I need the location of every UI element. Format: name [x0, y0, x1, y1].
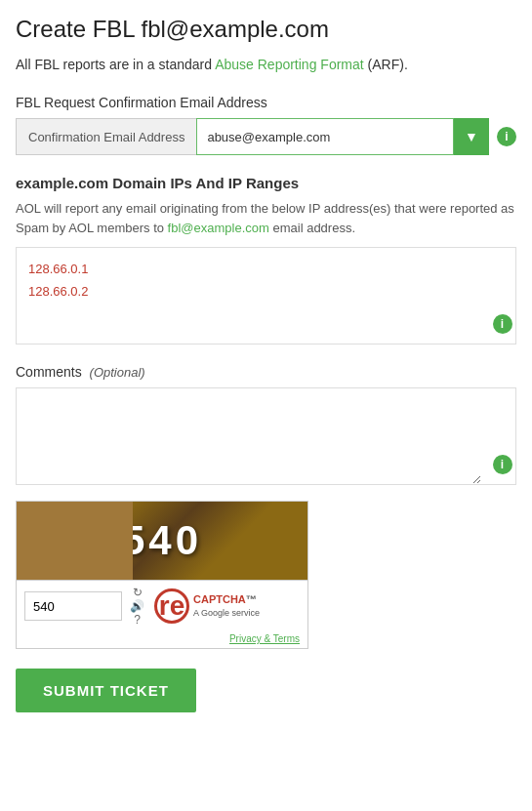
captcha-input[interactable]	[24, 591, 122, 621]
ip-link-1[interactable]: 128.66.0.1	[28, 262, 88, 276]
intro-prefix: All FBL reports are in a standard	[16, 57, 215, 72]
comments-info-icon[interactable]: i	[493, 455, 512, 474]
email-section-label: FBL Request Confirmation Email Address	[16, 95, 516, 110]
ip-section-title: example.com Domain IPs And IP Ranges	[16, 175, 516, 191]
captcha-help-btn[interactable]: ?	[130, 614, 144, 626]
captcha-controls: ↻ 🔊 ?	[130, 587, 144, 626]
captcha-image: 540	[17, 502, 307, 580]
comments-right: i	[481, 387, 516, 485]
recaptcha-text: CAPTCHA™ A Google service	[193, 593, 260, 619]
comments-optional: (Optional)	[90, 365, 145, 380]
dropdown-icon: ▼	[465, 129, 478, 144]
recaptcha-sub: A Google service	[193, 608, 260, 618]
comments-label-text: Comments	[16, 364, 82, 380]
ip-entry-1: 128.66.0.1	[28, 258, 470, 280]
ip-section-desc: AOL will report any email originating fr…	[16, 199, 516, 237]
ip-info-icon[interactable]: i	[493, 314, 512, 334]
comments-label: Comments (Optional)	[16, 364, 516, 380]
email-dropdown-btn[interactable]: ▼	[454, 118, 489, 155]
intro-suffix: (ARF).	[368, 57, 408, 72]
ip-box: 128.66.0.1 128.66.0.2	[16, 247, 481, 345]
captcha-container: 540 ↻ 🔊 ? re CAPTCHA™ A Google service P…	[16, 501, 308, 649]
ip-desc-suffix: email address.	[272, 221, 355, 235]
ip-fbl-link[interactable]: fbl@example.com	[168, 221, 269, 235]
recaptcha-logo: re CAPTCHA™ A Google service	[154, 588, 260, 624]
ip-link-2[interactable]: 128.66.0.2	[28, 284, 88, 299]
page-title: Create FBL fbl@example.com	[16, 16, 516, 43]
captcha-refresh-btn[interactable]: ↻	[130, 587, 144, 598]
captcha-bottom: ↻ 🔊 ? re CAPTCHA™ A Google service	[17, 580, 307, 631]
email-row: Confirmation Email Address ▼ i	[16, 118, 516, 155]
privacy-terms-link[interactable]: Privacy & Terms	[24, 633, 300, 644]
recaptcha-brand: CAPTCHA	[193, 593, 246, 605]
email-info-icon[interactable]: i	[497, 127, 516, 146]
ip-box-wrapper: 128.66.0.1 128.66.0.2 i	[16, 247, 516, 345]
arf-link[interactable]: Abuse Reporting Format	[215, 57, 364, 72]
recaptcha-c-icon: re	[154, 588, 189, 624]
comments-wrapper: i	[16, 387, 516, 485]
email-input[interactable]	[196, 118, 454, 155]
ip-entry-2: 128.66.0.2	[28, 280, 470, 303]
comments-section: Comments (Optional) i	[16, 364, 516, 485]
ip-box-right: i	[481, 247, 516, 345]
intro-text: All FBL reports are in a standard Abuse …	[16, 55, 516, 75]
privacy-row: Privacy & Terms	[17, 631, 307, 648]
captcha-audio-btn[interactable]: 🔊	[130, 600, 144, 612]
comments-textarea[interactable]	[16, 387, 481, 485]
submit-ticket-button[interactable]: SUBMIT TICKET	[16, 669, 196, 712]
captcha-image-text: 540	[122, 517, 202, 564]
confirmation-email-label-btn[interactable]: Confirmation Email Address	[16, 118, 196, 155]
